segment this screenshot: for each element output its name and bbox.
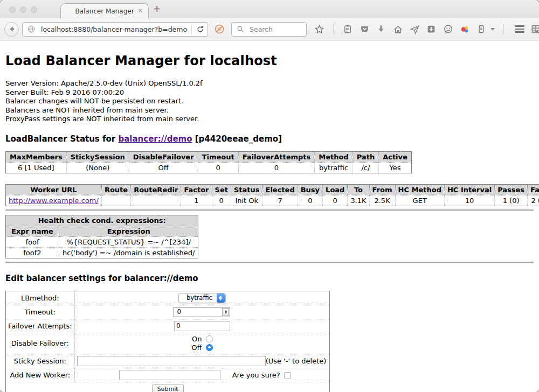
tab-bar: Balancer Manager × + (0, 0, 539, 18)
are-you-sure-label: Are you sure? (232, 371, 280, 379)
minimize-window-button[interactable] (20, 6, 26, 13)
status-heading-prefix: LoadBalancer Status for (5, 134, 118, 144)
url-bar[interactable] (22, 22, 208, 37)
server-info: Server Version: Apache/2.5.0-dev (Unix) … (5, 79, 534, 124)
off-label: Off (191, 344, 202, 352)
content-blocker-icon[interactable] (214, 24, 225, 34)
cell: 0 (323, 195, 348, 206)
failover-attempts-input[interactable] (174, 321, 230, 331)
lbmethod-select[interactable]: bytraffic (178, 293, 226, 303)
table-header-row: Expr name Expression (6, 226, 198, 236)
search-bar[interactable] (231, 22, 307, 37)
form-row: Submit (6, 382, 330, 392)
server-built: Server Built: Feb 9 2016 07:00:20 (5, 88, 534, 97)
form-row: Add New Worker: Are you sure? (6, 368, 330, 382)
lbmethod-cell: bytraffic (74, 291, 330, 305)
send-icon[interactable] (409, 24, 420, 34)
dropdown-caret-icon[interactable] (490, 28, 495, 31)
failover-off-radio[interactable] (206, 344, 213, 351)
col-header: HC Method (395, 184, 444, 195)
cell: (None) (66, 162, 129, 173)
lbmethod-label: LBmethod: (6, 291, 75, 305)
expression: %{REQUEST_STATUS} =~ /^[234]/ (59, 236, 198, 247)
table-row: foof %{REQUEST_STATUS} =~ /^[234]/ (6, 236, 198, 247)
url-input[interactable] (40, 25, 189, 34)
back-button[interactable] (4, 22, 19, 37)
balancer-settings-form: LBmethod: bytraffic Timeout: (5, 291, 330, 392)
add-worker-input[interactable] (119, 370, 220, 380)
cell: Init Ok (231, 195, 262, 206)
health-check-table: Health check cond. expressions: Expr nam… (5, 215, 198, 258)
col-header: Expr name (6, 226, 59, 236)
failover-on-radio[interactable] (206, 335, 213, 342)
browser-window: Balancer Manager × + (0, 0, 539, 392)
timeout-cell (74, 305, 330, 319)
are-you-sure-checkbox[interactable] (284, 372, 291, 379)
lbmethod-selected-value: bytraffic (183, 294, 216, 302)
divider (333, 24, 334, 34)
edit-settings-heading: Edit balancer settings for balancer://de… (5, 274, 534, 283)
zoom-window-button[interactable] (31, 6, 37, 13)
tab-title: Balancer Manager (75, 8, 134, 15)
col-header: Fails (528, 184, 539, 195)
bookmark-star-icon[interactable] (314, 24, 324, 34)
close-tab-icon[interactable]: × (137, 6, 143, 15)
tab-balancer-manager[interactable]: Balancer Manager × (60, 3, 149, 19)
cell: /c/ (353, 162, 378, 173)
balancer-status-table: MaxMembers StickySession DisableFailover… (5, 151, 412, 173)
sticky-session-note: (Use '-' to delete) (266, 357, 328, 365)
search-input[interactable] (248, 25, 303, 34)
submit-cell: Submit (6, 382, 330, 392)
reload-icon[interactable] (195, 24, 205, 34)
form-row: LBmethod: bytraffic (6, 291, 330, 305)
table-caption-row: Health check cond. expressions: (6, 215, 198, 226)
close-window-button[interactable] (9, 6, 16, 13)
reading-list-icon[interactable] (342, 24, 353, 34)
form-row: Failover Attempts: (6, 319, 330, 333)
notice-persist: Balancer changes will NOT be persisted o… (5, 97, 534, 106)
worker-url-link[interactable]: http://www.example.com/ (9, 197, 99, 205)
chat-smiley-icon[interactable] (443, 24, 453, 34)
worker-table: Worker URL Route RouteRedir Factor Set S… (5, 184, 539, 206)
timeout-input[interactable] (176, 307, 222, 316)
submit-button[interactable]: Submit (152, 384, 184, 392)
globe-icon (26, 24, 37, 34)
sticky-session-cell: (Use '-' to delete) (74, 354, 330, 368)
page-content: Load Balancer Manager for localhost Serv… (0, 40, 539, 392)
notice-proxypass: ProxyPass settings are NOT inherited fro… (5, 115, 534, 124)
table-row: 6 [1 Used] (None) Off 0 0 bytraffic /c/ … (6, 162, 412, 173)
expression: hc('body') =~ /domain is established/ (59, 247, 198, 258)
divider (503, 24, 504, 34)
col-header: From (369, 184, 395, 195)
colors-icon[interactable] (459, 24, 470, 34)
col-header: Passes (495, 184, 528, 195)
balancer-demo-link[interactable]: balancer://demo (118, 134, 192, 144)
col-header: To (348, 184, 369, 195)
tiles-icon[interactable] (530, 24, 539, 34)
sticky-session-input[interactable] (77, 356, 266, 366)
container-icon[interactable] (476, 24, 487, 34)
col-header: Busy (298, 184, 322, 195)
disable-failover-label: Disable Failover: (6, 333, 75, 354)
divider (5, 262, 534, 263)
col-header: RouteRedir (131, 184, 181, 195)
pocket-icon[interactable] (359, 24, 370, 34)
save-page-icon[interactable] (426, 24, 437, 34)
new-tab-button[interactable]: + (153, 3, 161, 14)
col-header: Factor (181, 184, 212, 195)
home-icon[interactable] (392, 24, 403, 34)
timeout-input-wrap (174, 307, 230, 317)
back-icon (6, 24, 17, 34)
col-header: Worker URL (6, 184, 102, 195)
cell: 0 (198, 162, 238, 173)
download-icon[interactable] (376, 24, 386, 34)
col-header: Set (212, 184, 231, 195)
health-table-caption: Health check cond. expressions: (6, 215, 198, 226)
number-spinner-icon[interactable] (222, 308, 229, 316)
form-row: Sticky Session: (Use '-' to delete) (6, 354, 330, 368)
cell: 1 (0) (495, 195, 528, 206)
menu-icon[interactable] (515, 25, 524, 33)
col-header: Status (231, 184, 262, 195)
on-label: On (192, 335, 202, 343)
toolbar-icons (314, 24, 535, 34)
